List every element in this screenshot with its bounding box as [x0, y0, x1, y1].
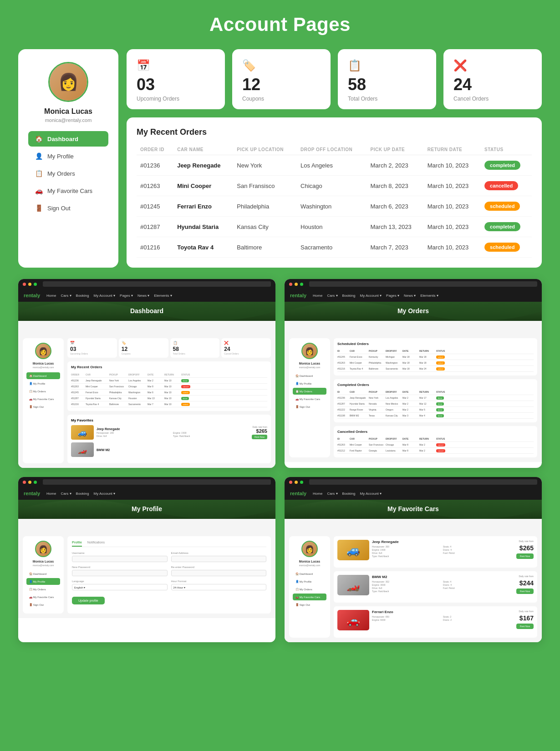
mini-form-group-hour: Hour Format 24-Hour ▾ [171, 580, 267, 590]
calendar-icon: 📅 [137, 59, 215, 72]
mini-stat-label-upcoming: Upcoming Orders [70, 352, 114, 355]
mini-fav-spec: Horsepower: 650 [372, 615, 443, 618]
site-nav-items-3: Home Cars ▾ Booking My Account ▾ [46, 492, 115, 496]
mini-car-bmw-name: BMW M2 [97, 448, 267, 452]
nav-item-dashboard[interactable]: 🏠 Dashboard [28, 131, 108, 147]
mini-input-repassword[interactable] [171, 570, 267, 576]
screenshot-title-profile: My Profile [132, 505, 162, 513]
browser-bar-4 [285, 477, 542, 487]
mini-table-row: #01216Toyota Rav 4BaltimoreSacramentoMar… [71, 401, 267, 407]
mini-fav-bmw-details: BMW M2 Horsepower: 302 Seats: 4 Engine: … [372, 575, 514, 593]
mini-nav-favorites-active: 🚗 My Favorite Cars [293, 594, 326, 600]
mini-fav-ferrari-img: 🚗 [337, 610, 369, 630]
site-nav-home: Home [46, 294, 56, 298]
mini-input-password[interactable] [72, 570, 168, 576]
stat-number-cancel: 24 [453, 76, 532, 93]
return-date: March 10, 2023 [424, 196, 481, 217]
page-wrapper: Account Pages 👩 Monica Lucas monica@rent… [0, 0, 560, 660]
mini-order-row: #01263Mini CooperPhiladelphiaWashingtonM… [337, 360, 534, 366]
mini-name-favorites: Monica Lucas [293, 560, 326, 563]
mini-label-hour: Hour Format [171, 580, 267, 583]
nav-item-favorite-cars[interactable]: 🚗 My Favorite Cars [28, 183, 108, 198]
mini-nav-profile: 👤 My Profile [293, 578, 326, 585]
site-header-3: rentaly Home Cars ▾ Booking My Account ▾ [18, 487, 275, 500]
nav-label-dashboard: Dashboard [47, 136, 78, 142]
site-nav-booking: Booking [76, 294, 89, 298]
mini-name-profile: Monica Lucas [26, 560, 60, 563]
dot-green-dot [34, 283, 37, 286]
mini-rent-button[interactable]: Rent Now [252, 435, 267, 439]
mini-stats-row: 📅 03 Upcoming Orders 🏷️ 12 Coupons 📋 58 [67, 338, 271, 358]
mini-fav-spec: Fuel: Petrol [443, 587, 514, 589]
mini-fav-car-card-ferrari: 🚗 Ferrari Enzo Horsepower: 650 Seats: 2 … [334, 606, 537, 638]
dot-red [23, 283, 26, 286]
site-nav-cars: Cars ▾ [61, 294, 71, 298]
site-nav-elements: Elements ▾ [420, 294, 438, 298]
site-nav-pages: Pages ▾ [386, 294, 399, 298]
mini-select-hour[interactable]: 24-Hour ▾ [171, 584, 267, 590]
mini-order-row: #01245Ferrari EnzoKentuckyMichiganMar 18… [337, 354, 534, 360]
nav-item-profile[interactable]: 👤 My Profile [28, 148, 108, 164]
nav-item-orders[interactable]: 📋 My Orders [28, 166, 108, 181]
mini-label-password: New Password [72, 566, 168, 568]
order-id: #01287 [137, 217, 173, 237]
screenshot-title-dashboard: Dashboard [130, 307, 163, 315]
mini-fav-car-card-bmw: 🏎️ BMW M2 Horsepower: 302 Seats: 4 Engin… [334, 571, 537, 603]
car-name: Ferrari Enzo [173, 196, 233, 217]
mini-tab-notifications[interactable]: Notifications [87, 541, 105, 547]
mini-form-group-password: New Password [72, 566, 168, 576]
mini-input-email[interactable] [171, 556, 267, 562]
avatar-container: 👩 [48, 62, 88, 102]
mini-tab-profile[interactable]: Profile [72, 541, 82, 547]
dot-red [23, 481, 26, 484]
nav-label-profile: My Profile [47, 153, 74, 160]
mini-avatar-profile: 👩 [35, 541, 51, 557]
orders-table: ORDER ID CAR NAME PICK UP LOCATION DROP … [137, 144, 532, 258]
mini-select-language[interactable]: English ▾ [72, 584, 168, 590]
car-name: Hyundai Staria [173, 217, 233, 237]
mini-nav-profile: 👤 My Profile [26, 380, 60, 387]
mini-rent-now-btn[interactable]: Rent Now [516, 553, 534, 559]
site-logo-3: rentaly [24, 491, 40, 496]
screenshot-title-orders: My Orders [397, 307, 429, 315]
mini-nav-signout: 🚪 Sign Out [293, 601, 326, 608]
car-name: Toyota Rav 4 [173, 237, 233, 258]
col-pickup-date: PICK UP DATE [367, 144, 424, 155]
nav-label-signout: Sign Out [47, 205, 71, 212]
dot-green-dot [300, 481, 303, 484]
pickup-date: March 7, 2023 [367, 237, 424, 258]
mini-nav-signout: 🚪 Sign Out [26, 601, 60, 608]
col-return-date: RETURN DATE [424, 144, 481, 155]
mini-form-group-email: Email Address [171, 552, 267, 562]
nav-label-orders: My Orders [47, 170, 75, 177]
site-nav-account: My Account ▾ [93, 492, 115, 496]
user-name: Monica Lucas [44, 107, 92, 116]
nav-menu: 🏠 Dashboard 👤 My Profile 📋 My Orders 🚗 M… [28, 131, 108, 216]
screenshot-my-profile: rentaly Home Cars ▾ Booking My Account ▾… [18, 477, 275, 642]
mini-nav-signout: 🚪 Sign Out [293, 403, 326, 410]
mini-completed-orders: Completed Orders IDCARPICKUPDROPOFFDATER… [334, 379, 537, 422]
site-logo-4: rentaly [290, 491, 306, 496]
screenshot-content-dashboard: 👩 Monica Lucas monica@rentaly.com 🏠 Dash… [18, 334, 275, 468]
order-id: #01245 [137, 196, 173, 217]
mini-total-icon: 📋 [173, 341, 217, 345]
col-status: STATUS [481, 144, 532, 155]
mini-price-amount-ferrari: $167 [519, 614, 534, 622]
mini-main-orders: Scheduled Orders IDCARPICKUPDROPOFFDATER… [334, 338, 537, 457]
col-pickup-loc: PICK UP LOCATION [233, 144, 297, 155]
nav-item-signout[interactable]: 🚪 Sign Out [28, 200, 108, 216]
mini-car-jeep-price: Daily rate from $265 Rent Now [252, 426, 267, 439]
status-badge: scheduled [484, 202, 520, 211]
mini-rent-now-btn-bmw[interactable]: Rent Now [516, 589, 534, 594]
mini-fav-item-jeep: 🚙 Jeep Renegade Horsepower: 200 Engine: … [71, 425, 267, 440]
mini-fav-spec: Engine: 6000 [372, 619, 443, 621]
site-nav-elements: Elements ▾ [154, 294, 172, 298]
orders-icon: 📋 [35, 170, 43, 177]
mini-update-profile-button[interactable]: Update profile [72, 597, 105, 604]
mini-input-username[interactable] [72, 556, 168, 562]
status-badge: scheduled [484, 243, 520, 252]
mini-table-row: #01245Ferrari EnzoPhiladelphiaWashington… [71, 390, 267, 396]
mini-order-row: #01216Toyota Rav 4BaltimoreSacramentoMar… [337, 366, 534, 372]
mini-nav-orders: 📋 My Orders [293, 586, 326, 593]
mini-rent-now-btn-ferrari[interactable]: Rent Now [516, 624, 534, 629]
